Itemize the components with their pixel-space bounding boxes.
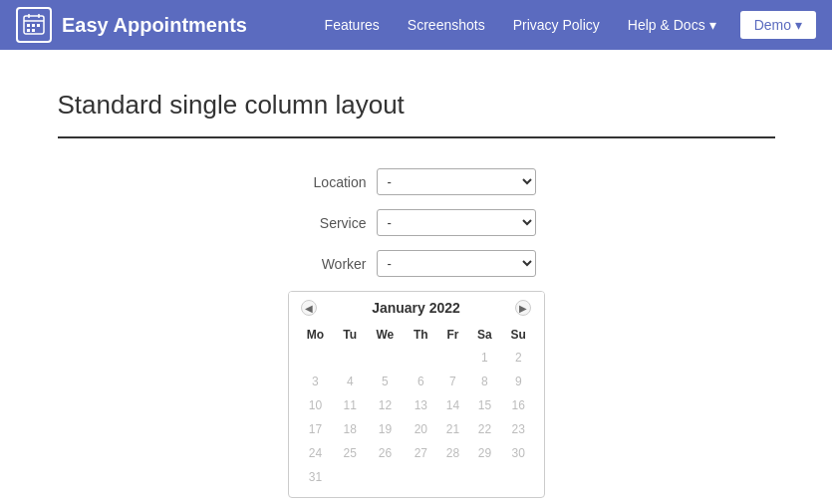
calendar-week-3: 17181920212223: [297, 417, 536, 441]
calendar-wrapper: ◀ January 2022 ▶ Mo Tu We Th Fr Sa Su: [58, 291, 775, 498]
next-month-button[interactable]: ▶: [515, 300, 531, 316]
calendar-day[interactable]: 24: [297, 441, 335, 465]
calendar-day: [366, 346, 405, 370]
calendar-day[interactable]: 15: [468, 393, 501, 417]
calendar-day[interactable]: 19: [366, 417, 405, 441]
calendar-month-label: January 2022: [372, 300, 460, 316]
day-su: Su: [501, 324, 535, 346]
calendar-icon: [22, 13, 46, 37]
calendar-day: [437, 346, 468, 370]
calendar-table: Mo Tu We Th Fr Sa Su 1234567891011121314…: [297, 324, 536, 489]
main-content: Standard single column layout Location -…: [38, 50, 795, 504]
calendar-day[interactable]: 13: [405, 393, 437, 417]
calendar-week-5: 31: [297, 465, 536, 489]
calendar-day[interactable]: 31: [297, 465, 335, 489]
demo-button[interactable]: Demo ▾: [740, 11, 816, 39]
svg-rect-4: [27, 24, 30, 27]
calendar-week-2: 10111213141516: [297, 393, 536, 417]
calendar-day[interactable]: 7: [437, 370, 468, 393]
calendar-day[interactable]: 8: [468, 370, 501, 393]
nav-help-docs[interactable]: Help & Docs ▾: [616, 11, 728, 39]
calendar-day: [334, 465, 366, 489]
service-select[interactable]: -: [377, 209, 536, 236]
day-tu: Tu: [334, 324, 366, 346]
nav-features[interactable]: Features: [313, 11, 392, 39]
location-select[interactable]: -: [377, 168, 536, 195]
worker-select[interactable]: -: [377, 250, 536, 277]
calendar-day[interactable]: 6: [405, 370, 437, 393]
calendar-day[interactable]: 30: [501, 441, 535, 465]
svg-rect-8: [32, 29, 35, 32]
chevron-down-icon: ▾: [795, 17, 802, 33]
calendar-day: [468, 465, 501, 489]
calendar-day[interactable]: 27: [405, 441, 437, 465]
calendar-day[interactable]: 4: [334, 370, 366, 393]
calendar-day: [405, 346, 437, 370]
calendar: ◀ January 2022 ▶ Mo Tu We Th Fr Sa Su: [288, 291, 545, 498]
calendar-day[interactable]: 12: [366, 393, 405, 417]
calendar-day[interactable]: 3: [297, 370, 335, 393]
calendar-day[interactable]: 21: [437, 417, 468, 441]
worker-label: Worker: [297, 256, 367, 272]
chevron-down-icon: ▾: [709, 17, 716, 33]
service-label: Service: [297, 215, 367, 231]
calendar-day[interactable]: 22: [468, 417, 501, 441]
svg-rect-6: [37, 24, 40, 27]
page-title: Standard single column layout: [58, 90, 775, 121]
day-sa: Sa: [468, 324, 501, 346]
calendar-day: [297, 346, 335, 370]
nav-screenshots[interactable]: Screenshots: [396, 11, 497, 39]
calendar-day[interactable]: 2: [501, 346, 535, 370]
calendar-day[interactable]: 16: [501, 393, 535, 417]
calendar-day: [366, 465, 405, 489]
calendar-day[interactable]: 1: [468, 346, 501, 370]
section-divider: [58, 136, 775, 138]
calendar-day[interactable]: 25: [334, 441, 366, 465]
worker-field-group: Worker -: [58, 250, 775, 277]
calendar-grid-wrapper: Mo Tu We Th Fr Sa Su 1234567891011121314…: [289, 324, 544, 497]
calendar-day: [437, 465, 468, 489]
calendar-day[interactable]: 20: [405, 417, 437, 441]
calendar-day[interactable]: 17: [297, 417, 335, 441]
calendar-header: ◀ January 2022 ▶: [289, 292, 544, 324]
calendar-day: [501, 465, 535, 489]
svg-rect-5: [32, 24, 35, 27]
calendar-week-0: 12: [297, 346, 536, 370]
calendar-day[interactable]: 18: [334, 417, 366, 441]
calendar-days-header: Mo Tu We Th Fr Sa Su: [297, 324, 536, 346]
calendar-day[interactable]: 28: [437, 441, 468, 465]
calendar-day[interactable]: 14: [437, 393, 468, 417]
calendar-day[interactable]: 23: [501, 417, 535, 441]
location-field-group: Location -: [58, 168, 775, 195]
brand-name: Easy Appointments: [62, 14, 247, 37]
nav-links: Features Screenshots Privacy Policy Help…: [313, 11, 816, 39]
calendar-body: 1234567891011121314151617181920212223242…: [297, 346, 536, 489]
calendar-day[interactable]: 5: [366, 370, 405, 393]
svg-rect-7: [27, 29, 30, 32]
day-th: Th: [405, 324, 437, 346]
calendar-day[interactable]: 29: [468, 441, 501, 465]
calendar-day[interactable]: 10: [297, 393, 335, 417]
calendar-day[interactable]: 9: [501, 370, 535, 393]
calendar-day: [405, 465, 437, 489]
prev-month-button[interactable]: ◀: [301, 300, 317, 316]
brand-icon: [16, 7, 52, 43]
location-label: Location: [297, 174, 367, 190]
calendar-day[interactable]: 11: [334, 393, 366, 417]
brand-logo[interactable]: Easy Appointments: [16, 7, 247, 43]
navbar: Easy Appointments Features Screenshots P…: [0, 0, 832, 50]
day-mo: Mo: [297, 324, 335, 346]
calendar-week-4: 24252627282930: [297, 441, 536, 465]
nav-privacy-policy[interactable]: Privacy Policy: [501, 11, 612, 39]
days-header-row: Mo Tu We Th Fr Sa Su: [297, 324, 536, 346]
service-field-group: Service -: [58, 209, 775, 236]
day-fr: Fr: [437, 324, 468, 346]
day-we: We: [366, 324, 405, 346]
calendar-week-1: 3456789: [297, 370, 536, 393]
calendar-day: [334, 346, 366, 370]
calendar-day[interactable]: 26: [366, 441, 405, 465]
